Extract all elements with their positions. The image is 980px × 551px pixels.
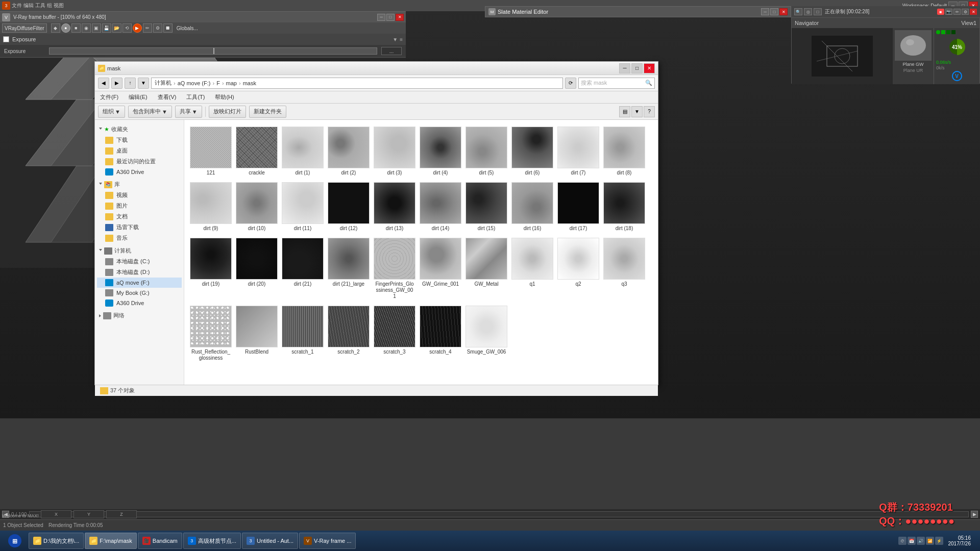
file-item-12[interactable]: dirt (11) [280, 180, 325, 234]
vray-render-btn[interactable]: ▶ [133, 23, 142, 33]
vray-btn-8[interactable]: ⟲ [122, 23, 132, 33]
sidebar-network-header[interactable]: 网络 [97, 310, 182, 321]
sidebar-favorites-header[interactable]: ★ 收藏夹 [97, 124, 182, 135]
vray-btn-3[interactable]: ■ [71, 23, 81, 33]
file-item-29[interactable]: q3 [602, 235, 647, 302]
sidebar-item-recent[interactable]: 最近访问的位置 [97, 156, 182, 167]
file-item-35[interactable]: scratch_4 [418, 303, 463, 364]
file-item-9[interactable]: dirt (8) [602, 124, 647, 179]
file-item-32[interactable]: scratch_1 [280, 303, 325, 364]
change-view-btn[interactable]: ▤ [619, 106, 630, 117]
sidebar-item-drive-d[interactable]: 本地磁盘 (D:) [97, 267, 182, 278]
timeline-track[interactable] [29, 511, 969, 517]
file-item-26[interactable]: GW_Metal [464, 235, 509, 302]
file-item-23[interactable]: dirt (21)_large [326, 235, 371, 302]
vray-btn-5[interactable]: ▣ [92, 23, 101, 33]
max-menu-tools[interactable]: 工具 [35, 2, 45, 9]
rec-btn-4[interactable]: ⚙ [962, 9, 969, 15]
help-btn[interactable]: ? [644, 106, 655, 117]
vray-btn-2[interactable]: ● [61, 23, 70, 33]
vray-minimize[interactable]: ─ [377, 14, 385, 21]
file-item-7[interactable]: dirt (6) [510, 124, 555, 179]
explorer-close[interactable]: ✕ [644, 63, 655, 73]
file-item-18[interactable]: dirt (17) [556, 180, 601, 234]
view-dropdown-btn[interactable]: ▼ [631, 106, 643, 117]
file-item-2[interactable]: dirt (1) [280, 124, 325, 179]
vray-diffuse-filter[interactable]: VRayDiffuseFilter [2, 23, 47, 33]
file-item-5[interactable]: dirt (4) [418, 124, 463, 179]
menu-help[interactable]: 帮助(H) [213, 92, 236, 102]
refresh-button[interactable]: ⟳ [565, 78, 576, 89]
rec-stop[interactable]: ■ [937, 9, 944, 15]
file-item-27[interactable]: q1 [510, 235, 555, 302]
taskbar-item-1[interactable]: 📁 D:\我的文档\... [29, 533, 84, 549]
address-path[interactable]: 计算机 › aQ move (F:) › F › map › mask [151, 78, 563, 89]
coord-y[interactable]: Y [74, 510, 104, 518]
file-item-8[interactable]: dirt (7) [556, 124, 601, 179]
sidebar-item-downloads[interactable]: 下载 [97, 135, 182, 145]
file-item-14[interactable]: dirt (13) [372, 180, 417, 234]
explorer-minimize[interactable]: ─ [619, 63, 630, 73]
globals-label[interactable]: Globals... [177, 26, 198, 31]
organize-btn[interactable]: 组织 ▼ [98, 106, 125, 118]
up-button[interactable]: ↑ [125, 78, 136, 89]
start-button[interactable]: ⊞ [2, 532, 28, 550]
file-item-0[interactable]: 121 [188, 124, 233, 179]
exposure-value[interactable]: ... [381, 47, 402, 55]
timeline-next[interactable]: ▶ [971, 511, 978, 518]
file-item-11[interactable]: dirt (10) [234, 180, 279, 234]
rec-btn-2[interactable]: 📷 [945, 9, 952, 15]
rec-btn-3[interactable]: ✏ [953, 9, 961, 15]
search-box[interactable]: 搜索 mask 🔍 [578, 78, 655, 89]
max-menu-group[interactable]: 组 [47, 2, 52, 9]
sidebar-library-header[interactable]: 📚 库 [97, 179, 182, 190]
file-item-30[interactable]: Rust_Reflection_glossiness [188, 303, 233, 364]
file-item-28[interactable]: q2 [556, 235, 601, 302]
vray-maximize[interactable]: □ [386, 14, 395, 21]
max-menu-file[interactable]: 文件 [12, 2, 22, 9]
slate-maximize[interactable]: □ [770, 8, 778, 15]
vray-btn-9[interactable]: ✏ [143, 23, 152, 33]
vray-btn-1[interactable]: ◆ [51, 23, 60, 33]
rec-close[interactable]: ✕ [970, 9, 977, 15]
exposure-collapse[interactable]: ▼ [393, 37, 398, 42]
sidebar-item-music[interactable]: 音乐 [97, 233, 182, 243]
share-btn[interactable]: 共享 ▼ [175, 106, 202, 118]
menu-tools[interactable]: 工具(T) [184, 92, 207, 102]
sidebar-item-video[interactable]: 视频 [97, 190, 182, 201]
vray-btn-6[interactable]: 💾 [102, 23, 111, 33]
sidebar-item-drive-f[interactable]: aQ move (F:) [97, 278, 182, 288]
coord-z[interactable]: Z [106, 510, 137, 518]
file-item-4[interactable]: dirt (3) [372, 124, 417, 179]
exposure-checkbox[interactable] [3, 36, 9, 42]
vray-btn-4[interactable]: ◉ [82, 23, 91, 33]
file-item-17[interactable]: dirt (16) [510, 180, 555, 234]
menu-edit[interactable]: 编辑(E) [127, 92, 150, 102]
sidebar-item-documents[interactable]: 文档 [97, 211, 182, 222]
render-btn-1[interactable]: 🔍 [794, 8, 802, 15]
vray-btn-7[interactable]: 📂 [112, 23, 121, 33]
coord-x[interactable]: X [41, 510, 71, 518]
sidebar-item-a360-1[interactable]: A360 Drive [97, 167, 182, 177]
file-item-36[interactable]: Smuge_GW_006 [464, 303, 509, 364]
max-menu-views[interactable]: 视图 [54, 2, 64, 9]
sidebar-item-a360-2[interactable]: A360 Drive [97, 298, 182, 308]
sidebar-item-drive-c[interactable]: 本地磁盘 (C:) [97, 256, 182, 267]
taskbar-item-3dsmax[interactable]: 3 Untitled - Aut... [242, 533, 298, 549]
file-item-21[interactable]: dirt (20) [234, 235, 279, 302]
file-item-19[interactable]: dirt (18) [602, 180, 647, 234]
file-item-25[interactable]: GW_Grime_001 [418, 235, 463, 302]
new-folder-btn[interactable]: 新建文件夹 [249, 106, 286, 118]
sidebar-item-pictures[interactable]: 图片 [97, 201, 182, 211]
file-item-6[interactable]: dirt (5) [464, 124, 509, 179]
file-item-1[interactable]: crackle [234, 124, 279, 179]
taskbar-item-vray[interactable]: V V-Ray frame ... [299, 533, 356, 549]
slideshow-btn[interactable]: 放映幻灯片 [209, 106, 246, 118]
back-button[interactable]: ◀ [98, 78, 109, 89]
file-item-34[interactable]: scratch_3 [372, 303, 417, 364]
file-item-33[interactable]: scratch_2 [326, 303, 371, 364]
file-item-13[interactable]: dirt (12) [326, 180, 371, 234]
sidebar-item-desktop[interactable]: 桌面 [97, 145, 182, 156]
file-item-16[interactable]: dirt (15) [464, 180, 509, 234]
vray-btn-10[interactable]: ⚙ [153, 23, 162, 33]
